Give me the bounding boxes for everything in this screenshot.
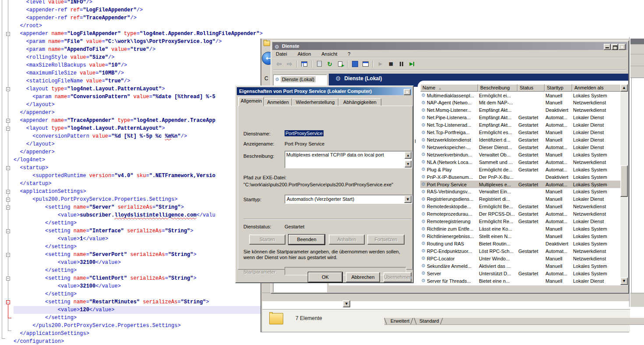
menu-item-aktion[interactable]: Aktion: [298, 51, 311, 57]
table-header[interactable]: Name▲BeschreibungStatusStarttypAnmelden …: [420, 84, 621, 92]
beschreibung-field[interactable]: Multiplexes external TCP/IP data on loca…: [285, 151, 412, 168]
menu-item-ansicht[interactable]: Ansicht: [321, 51, 337, 57]
tab-abhangigkeiten[interactable]: Abhängigkeiten: [338, 98, 381, 106]
column-header-status[interactable]: Status: [517, 84, 545, 92]
fold-marker[interactable]: [2, 338, 5, 339]
fold-marker[interactable]: [8, 304, 8, 318]
dialog-tabs[interactable]: AllgemeinAnmeldenWiederherstellungAbhäng…: [239, 97, 381, 106]
scroll-down-icon[interactable]: ▼: [405, 160, 412, 167]
services-list-panel[interactable]: Name▲BeschreibungStatusStarttypAnmelden …: [418, 81, 628, 285]
scroll-up-icon[interactable]: ▲: [405, 152, 412, 159]
fold-marker[interactable]: −: [6, 32, 10, 36]
fold-marker[interactable]: −: [6, 198, 10, 202]
beenden-button[interactable]: Beenden: [289, 235, 325, 245]
export-list-icon[interactable]: [335, 60, 345, 68]
starttyp-select[interactable]: Automatisch (Verzögerter Start) ▼: [285, 195, 412, 204]
column-header-anmelden-als[interactable]: Anmelden als: [572, 84, 621, 92]
table-row[interactable]: ⚙Server für Threads...Bietet eine n...Ma…: [420, 277, 621, 285]
table-row[interactable]: ⚙Routing und RASBietet Routin...Deaktivi…: [420, 240, 621, 247]
column-header-starttyp[interactable]: Starttyp: [545, 84, 572, 92]
fold-marker[interactable]: [8, 331, 11, 331]
table-row[interactable]: ⚙Sekundäre Anmeld...Aktiviert das ...Man…: [420, 262, 621, 270]
start-service-icon[interactable]: [376, 60, 385, 68]
chevron-down-icon[interactable]: ▼: [404, 196, 412, 203]
code-content[interactable]: <level value="INFO"/> <appender-ref ref=…: [14, 0, 261, 345]
table-row[interactable]: ⚙Remoteprozedurau...Der RPCSS-Di...Gesta…: [420, 210, 621, 218]
tree-item-dienste-lokal[interactable]: ⚙ Dienste (Lokal): [275, 76, 316, 82]
tab-anmelden[interactable]: Anmelden: [264, 98, 292, 106]
help-icon[interactable]: [350, 60, 360, 68]
dialog-titlebar[interactable]: Eigenschaften von Port Proxy Service (Lo…: [237, 87, 412, 95]
toolbar[interactable]: [273, 58, 626, 69]
maximize-icon[interactable]: [611, 44, 618, 50]
table-row[interactable]: ⚙Remotedesktopdie...Ermöglicht Be...Gest…: [420, 203, 621, 210]
fold-marker[interactable]: −: [6, 277, 10, 281]
table-row[interactable]: ⚙NLA (Network Loca...Sammelt und ...Gest…: [420, 158, 621, 166]
table-row[interactable]: ⚙PnP-X-IP-Busenum...Der PnP-X-Bu...Deakt…: [420, 173, 621, 181]
scroll-down-icon[interactable]: ▼: [620, 277, 628, 285]
scroll-up-icon[interactable]: ▲: [620, 84, 628, 92]
fold-marker[interactable]: −: [6, 300, 10, 304]
view-tabs[interactable]: ErweitertStandard: [384, 318, 644, 325]
fold-marker[interactable]: −: [6, 166, 10, 170]
properties-icon[interactable]: [314, 60, 324, 68]
menu-item-datei[interactable]: Datei: [276, 51, 287, 57]
stop-service-icon[interactable]: [386, 60, 396, 68]
code-folding-gutter[interactable]: −−−−−−−−−−−−: [0, 0, 13, 345]
table-row[interactable]: ⚙ServerUnterstützt D...GestartetAutomat.…: [420, 270, 621, 277]
menu-bar[interactable]: DateiAktionAnsicht?: [273, 50, 626, 58]
table-row[interactable]: ⚙Netzwerkverbindun...Verwaltet Ob...Gest…: [420, 151, 621, 158]
fold-marker[interactable]: −: [6, 87, 10, 91]
table-row[interactable]: ⚙Net.Msmq-Listener...Empfängt Akt...Deak…: [420, 107, 621, 114]
table-row[interactable]: ⚙Net.Pipe-Listenera...Empfängt Akt...Ges…: [420, 114, 621, 121]
fold-marker[interactable]: −: [6, 206, 10, 210]
table-row[interactable]: ⚙Richtlinie zum Entfe...Lässt eine Ko...…: [420, 225, 621, 233]
table-row[interactable]: ⚙Port Proxy ServiceMultiplexes e...Gesta…: [420, 181, 621, 188]
fold-marker[interactable]: −: [6, 127, 10, 131]
fold-marker[interactable]: [8, 0, 8, 331]
vertical-scrollbar[interactable]: ▲ ▼: [620, 84, 628, 285]
fold-marker[interactable]: [2, 0, 2, 338]
refresh-icon[interactable]: [325, 60, 334, 68]
fold-marker[interactable]: −: [6, 190, 10, 194]
table-row[interactable]: ⚙NetzwerklistendienstIdentifiziert d...G…: [420, 136, 621, 144]
column-header-beschreibung[interactable]: Beschreibung: [478, 84, 517, 92]
close-icon[interactable]: ×: [404, 89, 411, 95]
menu-item-?[interactable]: ?: [348, 51, 350, 57]
back-icon[interactable]: [274, 60, 284, 68]
table-row[interactable]: ⚙RAS-Verbindungsv...Verwaltet Ein...Manu…: [420, 188, 621, 196]
table-row[interactable]: ⚙NAP-Agent (Netwo...Mit dem NAP-...Manue…: [420, 99, 621, 107]
show-tree-icon[interactable]: [299, 60, 309, 68]
tab-wiederherstellung[interactable]: Wiederherstellung: [292, 98, 338, 106]
table-row[interactable]: ⚙Netzwerkspeicher-...Dieser Dienst...Ges…: [420, 143, 621, 151]
ok-button[interactable]: OK: [308, 272, 342, 282]
fold-marker[interactable]: −: [6, 253, 10, 257]
table-row[interactable]: ⚙RPC-LocatorUnter Windo...ManuellNetzwer…: [420, 255, 621, 262]
close-icon[interactable]: ×: [619, 44, 626, 50]
column-header-name[interactable]: Name▲: [420, 84, 478, 92]
restart-service-icon[interactable]: [407, 60, 417, 68]
table-row[interactable]: ⚙RPC-Endpunktzuor...Löst RPC-Sch...Gesta…: [420, 247, 621, 255]
services-titlebar[interactable]: ⚙ Dienste ×: [272, 42, 627, 50]
tab-standard[interactable]: Standard: [419, 318, 439, 324]
tab-erweitert[interactable]: Erweitert: [391, 318, 409, 324]
scrollbar-thumb[interactable]: [620, 165, 628, 197]
table-row[interactable]: ⚙RemoteregistrierungErmöglicht Re...Gest…: [420, 218, 621, 225]
abbrechen-button[interactable]: Abbrechen: [346, 272, 380, 282]
table-row[interactable]: ⚙Richtlinienergebniss...Stellt einen N..…: [420, 232, 621, 240]
table-row[interactable]: ⚙Plug & PlayErmöglicht de...GestartetAut…: [420, 166, 621, 173]
minimize-icon[interactable]: [604, 44, 611, 50]
forward-icon[interactable]: [285, 60, 294, 68]
fold-marker[interactable]: [8, 318, 11, 318]
fold-marker[interactable]: −: [6, 229, 10, 233]
table-row[interactable]: ⚙Registrierungsdiens...Registriert di...…: [420, 196, 621, 203]
extended-view-icon[interactable]: [361, 60, 370, 68]
services-table[interactable]: ⚙Multimediaklassenpl...Ermöglicht ei...M…: [420, 92, 621, 285]
table-row[interactable]: ⚙Net.Tcp-Portfreiga...Ermöglicht es...Ge…: [420, 129, 621, 136]
fold-marker[interactable]: −: [6, 119, 10, 123]
table-row[interactable]: ⚙Multimediaklassenpl...Ermöglicht ei...M…: [420, 92, 621, 99]
table-row[interactable]: ⚙Net.Tcp-Listenerad...Empfängt Akt...Ges…: [420, 121, 621, 129]
dienstname-value[interactable]: PortProxyService: [285, 130, 324, 136]
dropdown-arrow-icon[interactable]: ▼: [343, 300, 350, 307]
pause-service-icon[interactable]: [397, 60, 406, 68]
